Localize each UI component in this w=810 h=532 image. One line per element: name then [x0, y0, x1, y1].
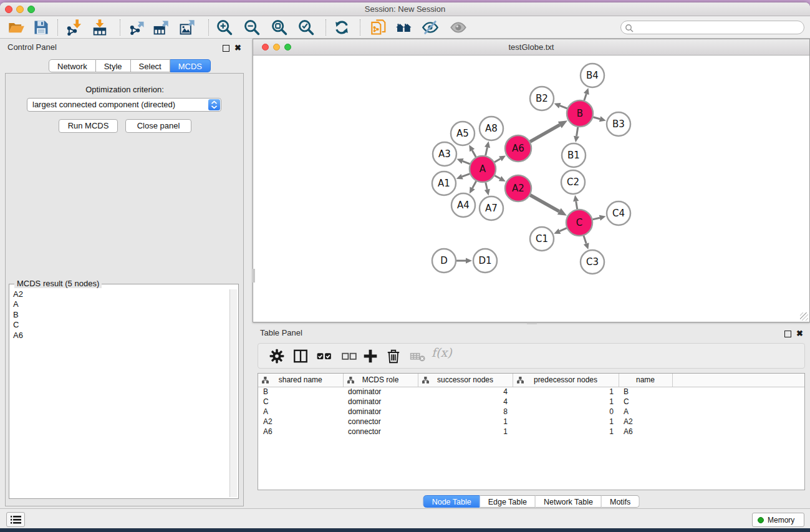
edge-C-C4[interactable]: [592, 218, 599, 220]
edge-A-A4[interactable]: [473, 181, 476, 188]
window-title: Session: New Session: [0, 4, 810, 14]
tab-node-table[interactable]: Node Table: [423, 495, 480, 508]
mcds-result-item[interactable]: B: [11, 310, 229, 320]
export-image-icon[interactable]: [178, 19, 196, 36]
tab-network[interactable]: Network: [49, 59, 96, 72]
apply-layout-icon[interactable]: [333, 19, 350, 36]
edge-A-A7[interactable]: [486, 182, 488, 189]
show-column-icon[interactable]: [292, 348, 309, 364]
export-network-icon[interactable]: [128, 19, 146, 36]
edge-A-A8[interactable]: [486, 147, 488, 155]
table-row[interactable]: Cdominator41C: [258, 397, 804, 407]
tab-edge-table[interactable]: Edge Table: [480, 495, 536, 508]
tab-network-table[interactable]: Network Table: [536, 495, 602, 508]
tab-motifs[interactable]: Motifs: [602, 495, 639, 508]
table-row[interactable]: A2connector11A2: [258, 417, 804, 427]
column-header-mcds-role[interactable]: MCDS role: [343, 374, 418, 387]
column-header-successor-nodes[interactable]: successor nodes: [418, 374, 513, 387]
search-input[interactable]: [636, 22, 799, 33]
tab-mcds[interactable]: MCDS: [170, 59, 211, 72]
mcds-result-item[interactable]: A: [11, 299, 229, 309]
new-network-from-selection-icon[interactable]: [370, 19, 388, 36]
mcds-result-item[interactable]: A6: [11, 331, 229, 341]
home-neighbors-icon[interactable]: [395, 19, 413, 36]
edge-B-B2[interactable]: [560, 105, 567, 109]
table-row[interactable]: Adominator80A: [258, 407, 804, 417]
criterion-dropdown[interactable]: largest connected component (directed): [27, 98, 221, 112]
save-session-icon[interactable]: [32, 19, 50, 36]
memory-button[interactable]: Memory: [752, 513, 804, 527]
node-table-container: shared nameMCDS rolesuccessor nodesprede…: [258, 373, 805, 490]
column-header-shared-name[interactable]: shared name: [258, 374, 343, 387]
import-network-icon[interactable]: [65, 19, 83, 36]
mcds-result-item[interactable]: A2: [11, 289, 229, 299]
node-table[interactable]: shared nameMCDS rolesuccessor nodesprede…: [258, 374, 804, 437]
toolbar-separator: [57, 19, 58, 36]
criterion-dropdown-value: largest connected component (directed): [32, 100, 175, 109]
graph-node-label: A4: [457, 200, 470, 211]
float-panel-icon[interactable]: [223, 45, 229, 52]
edge-C-C1[interactable]: [559, 228, 566, 231]
select-all-icon[interactable]: [316, 348, 332, 364]
graph-node-label: B2: [536, 93, 548, 104]
close-panel-icon[interactable]: ✖: [234, 43, 241, 52]
table-panel-title: Table Panel: [260, 328, 302, 337]
column-header-name[interactable]: name: [619, 374, 672, 387]
hide-graphics-details-icon[interactable]: [422, 19, 439, 36]
deselect-all-icon[interactable]: [341, 348, 357, 364]
edge-A-A6[interactable]: [494, 159, 500, 162]
add-column-icon[interactable]: [362, 348, 378, 364]
table-options-gear-icon[interactable]: [269, 348, 285, 364]
edge-A2-C[interactable]: [530, 195, 559, 211]
edge-A-A3[interactable]: [463, 161, 470, 164]
tab-style[interactable]: Style: [96, 59, 131, 72]
toolbar-separator: [360, 19, 360, 36]
graph-node-label: C4: [612, 208, 625, 219]
graph-node-label: B1: [567, 150, 580, 161]
table-panel-tabs: Node TableEdge TableNetwork TableMotifs: [423, 495, 640, 508]
zoom-fit-icon[interactable]: [271, 19, 288, 36]
edge-A-A5[interactable]: [472, 150, 476, 157]
edge-B-B1[interactable]: [577, 127, 578, 137]
open-session-icon[interactable]: [7, 19, 25, 36]
zoom-in-icon[interactable]: [216, 19, 233, 36]
graph-node-label: D1: [478, 255, 491, 266]
edge-C-C3[interactable]: [584, 236, 586, 244]
network-canvas-svg[interactable]: AA1A2A3A4A5A6A7A8BB1B2B3B4CC1C2C3C4DD1: [254, 56, 809, 321]
column-header-predecessor-nodes[interactable]: predecessor nodes: [513, 374, 619, 387]
close-panel-button[interactable]: Close panel: [125, 119, 191, 133]
edge-B-B4[interactable]: [584, 94, 586, 100]
close-table-panel-icon[interactable]: ✖: [796, 329, 803, 338]
export-table-icon[interactable]: [152, 19, 170, 36]
split-divider-handle[interactable]: [253, 269, 255, 283]
edge-arrowhead: [485, 189, 490, 196]
graph-node-label: B: [577, 108, 583, 119]
edge-B-B3[interactable]: [593, 117, 600, 119]
table-row[interactable]: A6connector11A6: [258, 427, 804, 437]
zoom-out-icon[interactable]: [243, 19, 261, 36]
run-mcds-button[interactable]: Run MCDS: [59, 119, 118, 133]
toolbar-separator: [120, 19, 120, 36]
zoom-selected-icon[interactable]: [297, 19, 315, 36]
mcds-result-item[interactable]: C: [11, 320, 229, 330]
window-resize-grip[interactable]: [800, 312, 808, 321]
table-row[interactable]: Bdominator41B: [258, 387, 804, 397]
mcds-result-title: MCDS result (5 nodes): [14, 279, 102, 288]
edge-arrowhead: [574, 136, 579, 143]
edge-A-A2[interactable]: [494, 176, 500, 179]
table-toolbar: f(x): [258, 343, 805, 369]
show-graphics-details-icon[interactable]: [450, 19, 467, 36]
edge-A-A1[interactable]: [462, 174, 470, 177]
graph-node-label: C: [576, 217, 582, 228]
show-panels-list-button[interactable]: [6, 512, 25, 527]
toolbar-separator: [208, 19, 209, 36]
edge-A6-B[interactable]: [530, 125, 560, 142]
mcds-result-scrollbar[interactable]: [229, 289, 237, 497]
edge-C-C2[interactable]: [576, 201, 577, 210]
tab-select[interactable]: Select: [131, 59, 170, 72]
float-table-panel-icon[interactable]: [784, 331, 791, 337]
graph-node-label: A3: [438, 148, 451, 160]
delete-column-trash-icon[interactable]: [385, 348, 402, 364]
import-table-icon[interactable]: [91, 19, 108, 36]
node-table-body: Bdominator41BCdominator41CAdominator80AA…: [258, 387, 804, 437]
